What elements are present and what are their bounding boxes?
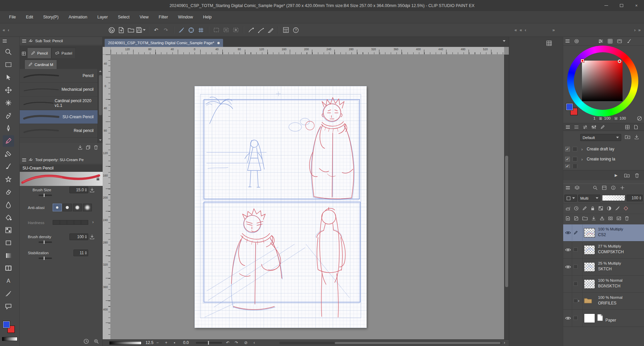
dock-collapse-ic1[interactable]: « — [513, 27, 518, 32]
grayscale-bar[interactable] — [2, 337, 17, 341]
hardness-slider[interactable] — [53, 220, 88, 225]
auto-action-set-dropdown[interactable]: Default — [580, 134, 621, 141]
color-history-icon[interactable] — [637, 116, 642, 121]
list-view-icon[interactable] — [574, 125, 579, 129]
layer-visible-icon[interactable] — [565, 265, 571, 269]
scrollbar-thumb[interactable] — [99, 75, 102, 115]
undo-icon[interactable]: ↶ — [151, 25, 161, 34]
scroll-left-icon[interactable]: ‹ — [254, 340, 255, 345]
text-tool[interactable]: A — [3, 275, 14, 287]
auto-action-row-clipped[interactable]: ✓ — [563, 164, 644, 168]
scrollbar-thumb[interactable] — [505, 156, 508, 287]
eraser-tool[interactable] — [3, 186, 14, 198]
layer-row-orifiles[interactable]: › 100 % Normal ORIFILES — [563, 293, 644, 310]
layer-thumbnail[interactable] — [584, 279, 595, 289]
ruler-range-icon[interactable] — [615, 206, 620, 211]
new-folder-icon[interactable] — [582, 216, 588, 220]
workspace-fwd-ic2[interactable]: » — [637, 27, 642, 32]
command-bar-settings-icon[interactable] — [281, 25, 291, 34]
menu-view[interactable]: View — [135, 15, 154, 19]
property-zoom-icon[interactable] — [94, 339, 99, 344]
dock-expand-ic[interactable]: » — [551, 27, 556, 32]
balloon-tool[interactable] — [3, 301, 14, 312]
grid-small-icon[interactable] — [625, 125, 630, 129]
duplicate-subtool-icon[interactable] — [86, 145, 91, 150]
move-tool[interactable] — [3, 84, 14, 96]
layer-select-checkbox[interactable] — [574, 299, 578, 303]
invert-selection-icon[interactable] — [231, 25, 240, 34]
menu-select[interactable]: Select — [113, 15, 135, 19]
reset-view-button[interactable]: ⊘ — [244, 340, 248, 345]
dock-collapse-ic3[interactable]: ‹ — [523, 27, 527, 32]
layer-row-cs2[interactable]: 100 % Multiply CS2 — [563, 224, 644, 241]
blend-tool[interactable] — [3, 199, 14, 210]
stabilization-value[interactable]: 11 — [73, 250, 88, 256]
folder-expand-icon[interactable]: › — [578, 298, 579, 303]
brush-size-value[interactable]: 15.0 — [69, 187, 88, 193]
page-small-icon[interactable] — [634, 125, 638, 129]
layer-thumbnail[interactable] — [584, 245, 595, 255]
play-action-icon[interactable]: ▶ — [613, 173, 619, 178]
menu-file[interactable]: File — [4, 15, 21, 19]
selection-tool[interactable] — [3, 59, 14, 70]
antialias-strong-button[interactable] — [83, 204, 92, 211]
dock-collapse-ic2[interactable]: « — [518, 27, 523, 32]
brush-density-dynamics-icon[interactable] — [90, 234, 95, 239]
layer-select-checkbox[interactable] — [574, 282, 578, 286]
close-button[interactable]: × — [629, 0, 644, 11]
minimize-button[interactable] — [599, 0, 614, 11]
main-color-swatch[interactable] — [3, 321, 10, 328]
action-output-checkbox[interactable] — [573, 157, 577, 161]
brush-row-real-pencil[interactable]: Real pencil — [20, 124, 98, 138]
auto-action-menu-icon[interactable] — [566, 126, 570, 129]
action-expand-icon[interactable]: › — [580, 157, 584, 162]
fit-to-screen-button[interactable]: ▪ — [174, 340, 175, 345]
layer-visible-icon[interactable] — [565, 248, 571, 252]
action-expand-icon[interactable]: › — [580, 147, 584, 152]
action-checkbox[interactable]: ✓ — [565, 147, 570, 151]
layer-panel-plus-icon[interactable] — [620, 186, 625, 190]
apply-mask-icon[interactable] — [616, 216, 621, 221]
layer-row-sktch[interactable]: 25 % Multiply SKTCH — [563, 259, 644, 276]
zoom-in-button[interactable]: + — [165, 340, 167, 345]
airbrush-tool[interactable] — [3, 148, 14, 159]
set-as-keyframe-icon[interactable] — [624, 206, 628, 211]
new-raster-layer-icon[interactable] — [566, 216, 570, 221]
edit-action-icon[interactable] — [600, 125, 605, 129]
action-output-checkbox[interactable] — [573, 147, 577, 151]
antialias-weak-button[interactable] — [63, 204, 72, 211]
color-wheel-tab-icon[interactable] — [574, 39, 579, 44]
layer-thumbnail[interactable] — [584, 262, 595, 272]
layer-panel-menu-icon[interactable] — [566, 186, 570, 189]
enable-mask-icon[interactable] — [607, 206, 611, 211]
collapse-left2-ic[interactable]: ‹ — [6, 27, 10, 32]
layer-search-icon[interactable] — [593, 186, 597, 190]
main-color-swatch[interactable] — [566, 103, 573, 111]
brush-row-mechanical-pencil[interactable]: Mechanical pencil — [20, 83, 98, 96]
brush-row-pencil[interactable]: Pencil — [20, 69, 98, 83]
color-mixer-tab-icon[interactable] — [617, 39, 622, 44]
workspace-fwd-ic1[interactable]: › — [633, 27, 637, 32]
fill-tool[interactable] — [3, 212, 14, 223]
stabilization-spinner[interactable] — [85, 251, 87, 255]
subtool-tab-pastel[interactable]: Pastel — [51, 48, 76, 58]
auto-action-row-draft[interactable]: ✓ › Create draft lay — [563, 144, 644, 154]
tab-list-dropdown-icon[interactable] — [503, 40, 505, 42]
document-tab[interactable]: 20240901_CSP_TOTM_Starting Digital Comic… — [105, 39, 223, 47]
new-vector-layer-icon[interactable] — [574, 216, 579, 221]
opacity-spinner[interactable] — [639, 196, 641, 200]
brush-density-slider[interactable] — [39, 241, 52, 243]
sliders-icon[interactable] — [592, 125, 596, 129]
subtool-tab-cardinal[interactable]: Cardinal M — [24, 60, 57, 69]
figure-tool[interactable] — [3, 237, 14, 249]
hue-marker-icon[interactable] — [618, 60, 621, 63]
sv-marker-icon[interactable] — [581, 59, 584, 62]
brush-row-su-cream-pencil[interactable]: SU-Cream Pencil — [20, 110, 98, 124]
save-dropdown-icon[interactable] — [143, 29, 146, 31]
new-action-set-icon[interactable] — [624, 173, 630, 178]
material-grid-icon[interactable] — [545, 40, 553, 47]
scroll-up-icon[interactable] — [99, 70, 102, 72]
zoom-tool[interactable] — [3, 46, 14, 58]
pen-pressure-icon[interactable] — [266, 25, 275, 34]
layer-palette-dropdown[interactable] — [565, 195, 577, 202]
